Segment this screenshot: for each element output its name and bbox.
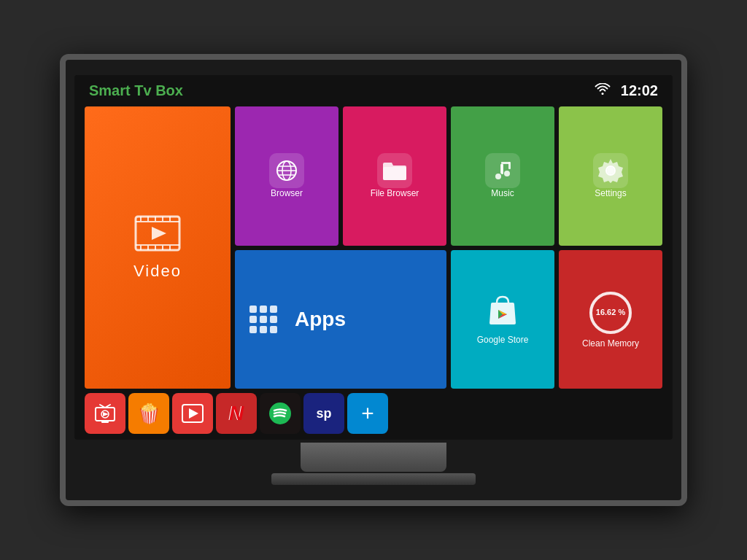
tv-screen: Smart Tv Box 12:02 [74, 75, 673, 440]
svg-rect-12 [169, 246, 171, 250]
settings-tile[interactable]: Settings [559, 106, 662, 246]
brand-white: Smart [89, 82, 131, 98]
gear-icon [593, 153, 628, 188]
svg-rect-11 [162, 246, 163, 250]
svg-marker-39 [189, 408, 198, 419]
header: Smart Tv Box 12:02 [74, 75, 673, 106]
svg-rect-1 [136, 221, 179, 222]
music-tile[interactable]: Music [451, 106, 554, 246]
film-icon [134, 215, 181, 254]
globe-icon [269, 153, 304, 188]
dock-add-app[interactable]: + [347, 393, 388, 434]
svg-rect-24 [501, 164, 503, 174]
svg-rect-5 [155, 217, 156, 221]
clean-memory-label: Clean Memory [582, 338, 639, 349]
clean-memory-percent: 16.62 % [596, 308, 625, 317]
dock-spotify-app[interactable] [260, 393, 301, 434]
popcorn-icon: 🍿 [137, 402, 160, 425]
clean-memory-tile[interactable]: 16.62 % Clean Memory [559, 250, 662, 389]
dock-popcorn-app[interactable]: 🍿 [128, 393, 169, 434]
apps-grid-icon [249, 306, 277, 333]
music-label: Music [491, 188, 514, 198]
apps-label: Apps [295, 308, 346, 331]
tv-frame: Smart Tv Box 12:02 [60, 54, 687, 506]
file-browser-tile[interactable]: File Browser [343, 106, 446, 246]
svg-rect-35 [101, 421, 109, 423]
svg-rect-9 [147, 246, 149, 250]
svg-marker-13 [152, 227, 166, 240]
browser-tile[interactable]: Browser [235, 106, 338, 246]
browser-label: Browser [271, 188, 303, 198]
brand-title: Smart Tv Box [89, 82, 183, 99]
dock-tv-app[interactable] [85, 393, 125, 434]
settings-label: Settings [595, 188, 626, 198]
svg-point-21 [504, 171, 510, 176]
svg-rect-10 [155, 246, 156, 250]
svg-rect-19 [383, 167, 406, 180]
svg-rect-3 [140, 217, 142, 221]
svg-rect-7 [169, 217, 171, 221]
wifi-icon [595, 83, 611, 98]
play-store-icon [487, 294, 519, 332]
right-grid: Browser File Browser [235, 106, 662, 389]
sp-icon: sp [316, 406, 331, 421]
video-label: Video [133, 262, 182, 281]
clock: 12:02 [621, 82, 658, 99]
svg-rect-4 [147, 217, 149, 221]
svg-rect-8 [140, 246, 142, 250]
svg-rect-6 [162, 217, 163, 221]
header-right: 12:02 [595, 82, 658, 99]
music-icon [485, 153, 520, 188]
dock-video-app[interactable] [172, 393, 213, 434]
video-tile[interactable]: Video [85, 106, 231, 389]
folder-icon [377, 153, 412, 188]
dock-netflix-app[interactable]: N [216, 393, 257, 434]
svg-rect-25 [508, 162, 511, 169]
tv-stand [301, 443, 446, 472]
file-browser-label: File Browser [371, 188, 419, 198]
bottom-dock: 🍿 N [74, 389, 673, 440]
dock-sp-app[interactable]: sp [303, 393, 344, 434]
clean-memory-circle: 16.62 % [588, 290, 633, 335]
google-store-label: Google Store [477, 335, 529, 345]
apps-tile[interactable]: Apps [235, 250, 446, 389]
main-area: Video [74, 106, 673, 389]
brand-green: Tv Box [134, 82, 183, 98]
svg-rect-2 [136, 244, 179, 246]
netflix-icon: N [229, 402, 244, 425]
plus-icon: + [361, 402, 374, 424]
screen-content: Smart Tv Box 12:02 [74, 75, 673, 440]
svg-point-20 [495, 174, 501, 179]
svg-point-40 [269, 402, 291, 424]
google-store-tile[interactable]: Google Store [451, 250, 554, 389]
tv-stand-base [271, 473, 476, 485]
